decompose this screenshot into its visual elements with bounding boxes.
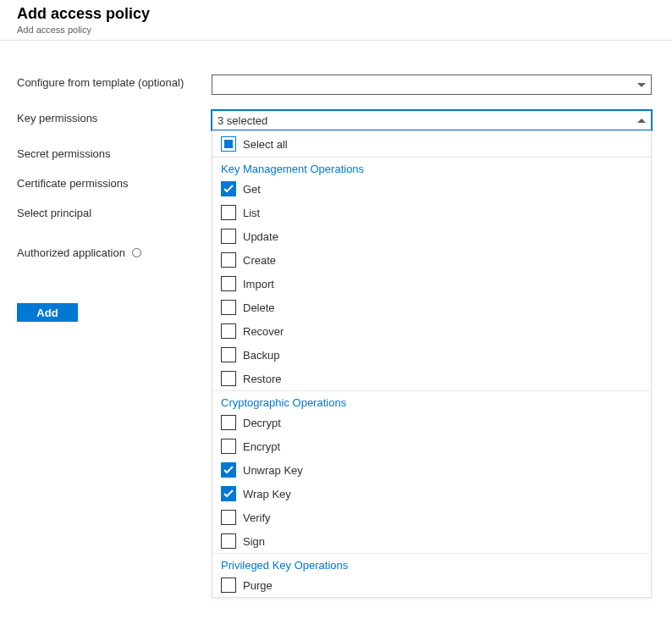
permission-checkbox[interactable] xyxy=(221,229,236,244)
permission-checkbox[interactable] xyxy=(221,347,236,362)
permission-option[interactable]: Restore xyxy=(212,367,651,390)
permission-checkbox[interactable] xyxy=(221,371,236,386)
select-all-row[interactable]: Select all xyxy=(221,136,642,152)
permission-label: Import xyxy=(243,278,274,290)
chevron-down-icon xyxy=(637,83,646,87)
permission-label: Wrap Key xyxy=(243,488,291,500)
page-header: Add access policy Add access policy xyxy=(0,0,672,41)
authorized-application-text: Authorized application xyxy=(17,246,125,259)
permission-checkbox[interactable] xyxy=(221,486,236,501)
form-area: Configure from template (optional) Key p… xyxy=(0,41,672,354)
permission-label: List xyxy=(243,207,260,219)
permission-checkbox[interactable] xyxy=(221,462,236,478)
select-all-label: Select all xyxy=(243,138,288,151)
permission-option[interactable]: Decrypt xyxy=(212,411,651,434)
permission-label: Update xyxy=(243,230,278,243)
permission-option[interactable]: Verify xyxy=(212,506,651,529)
permission-checkbox[interactable] xyxy=(221,510,236,525)
permission-label: Verify xyxy=(243,511,271,524)
permission-option[interactable]: Purge xyxy=(212,573,651,597)
chevron-up-icon xyxy=(637,119,646,123)
permission-option[interactable]: List xyxy=(212,201,651,224)
permission-checkbox[interactable] xyxy=(221,439,236,454)
permission-label: Get xyxy=(243,183,261,196)
page-title: Add access policy xyxy=(17,5,655,23)
permission-option[interactable]: Import xyxy=(212,272,651,296)
label-authorized-application: Authorized application xyxy=(17,245,212,259)
label-secret-permissions[interactable]: Secret permissions xyxy=(17,146,212,160)
permission-label: Recover xyxy=(243,325,284,338)
permission-label: Backup xyxy=(243,349,279,362)
permission-option[interactable]: Encrypt xyxy=(212,434,651,458)
permission-checkbox[interactable] xyxy=(221,578,236,593)
permission-label: Create xyxy=(243,254,276,267)
permission-checkbox[interactable] xyxy=(221,181,236,196)
permission-checkbox[interactable] xyxy=(221,415,236,430)
permission-option[interactable]: Get xyxy=(212,177,651,201)
permission-checkbox[interactable] xyxy=(221,276,236,291)
permission-option[interactable]: Backup xyxy=(212,343,651,367)
permission-checkbox[interactable] xyxy=(221,323,236,339)
row-configure-template: Configure from template (optional) xyxy=(17,75,655,95)
info-icon[interactable] xyxy=(132,248,141,257)
permission-checkbox[interactable] xyxy=(221,252,236,268)
label-key-permissions: Key permissions xyxy=(17,110,212,124)
label-select-principal[interactable]: Select principal xyxy=(17,205,212,219)
permission-label: Unwrap Key xyxy=(243,464,303,477)
add-button[interactable]: Add xyxy=(17,303,78,322)
permission-option[interactable]: Sign xyxy=(212,529,651,553)
permission-label: Sign xyxy=(243,535,265,548)
group-header: Cryptographic Operations xyxy=(212,390,651,411)
breadcrumb: Add access policy xyxy=(17,25,655,35)
permission-label: Purge xyxy=(243,579,273,592)
permission-option[interactable]: Recover xyxy=(212,319,651,343)
key-permissions-summary: 3 selected xyxy=(218,114,637,127)
permission-option[interactable]: Unwrap Key xyxy=(212,458,651,482)
key-permissions-select[interactable]: 3 selected xyxy=(212,110,652,130)
key-permissions-dropdown: Select all Key Management OperationsGetL… xyxy=(212,130,652,598)
group-header: Privileged Key Operations xyxy=(212,553,651,573)
permission-option[interactable]: Update xyxy=(212,224,651,248)
permission-option[interactable]: Wrap Key xyxy=(212,482,651,506)
group-header: Key Management Operations xyxy=(212,158,651,177)
label-certificate-permissions[interactable]: Certificate permissions xyxy=(17,175,212,190)
permission-checkbox[interactable] xyxy=(221,533,236,549)
permission-label: Delete xyxy=(243,301,275,314)
permission-checkbox[interactable] xyxy=(221,300,236,315)
configure-template-select[interactable] xyxy=(212,75,652,95)
row-key-permissions: Key permissions 3 selected Select all Ke… xyxy=(17,110,655,130)
label-configure-template: Configure from template (optional) xyxy=(17,75,212,89)
permission-option[interactable]: Delete xyxy=(212,296,651,319)
permission-label: Restore xyxy=(243,373,282,385)
permission-label: Decrypt xyxy=(243,417,281,429)
select-all-checkbox[interactable] xyxy=(221,136,236,152)
permission-checkbox[interactable] xyxy=(221,205,236,220)
permission-label: Encrypt xyxy=(243,440,280,453)
permission-option[interactable]: Create xyxy=(212,248,651,272)
